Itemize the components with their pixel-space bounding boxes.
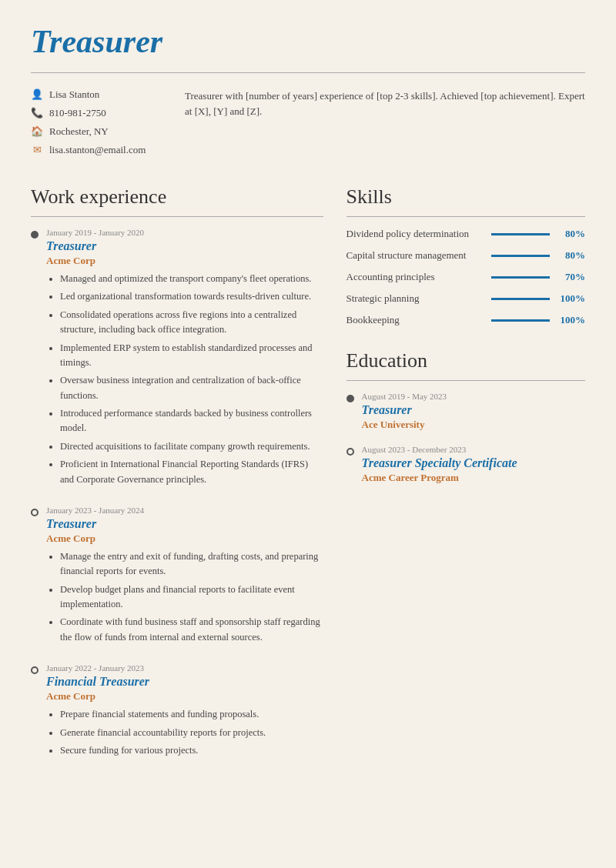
timeline-1 [31, 506, 38, 648]
skill-percent-0: 80% [556, 228, 585, 240]
bullet-2-2: Secure funding for various projects. [60, 743, 323, 758]
bullet-0-4: Oversaw business integration and central… [60, 373, 323, 403]
edu-timeline-1 [346, 445, 354, 484]
bullet-2-1: Generate financial accountability report… [60, 726, 323, 740]
skill-row-0: Dividend policy determination 80% [346, 228, 586, 240]
right-column: Skills Dividend policy determination 80%… [346, 185, 586, 776]
skill-bar-0 [491, 233, 551, 235]
skill-bar-4 [491, 319, 551, 322]
dot-empty-2 [31, 666, 38, 674]
skill-name-4: Bookkeeping [346, 314, 485, 326]
edu-dot-empty-1 [346, 448, 354, 456]
dot-empty-1 [31, 509, 38, 516]
entry-bullets-0: Managed and optimized the transport comp… [46, 272, 323, 487]
entry-content-2: January 2022 - January 2023 Financial Tr… [46, 663, 323, 761]
contact-summary: 👤 Lisa Stanton 📞 810-981-2750 🏠 Rocheste… [31, 88, 585, 162]
work-entry-0: January 2019 - January 2020 Treasurer Ac… [31, 228, 323, 490]
edu-degree-1: Treasurer Specialty Certificate [362, 456, 586, 470]
main-content: Work experience January 2019 - January 2… [31, 185, 585, 776]
work-section-divider [31, 216, 323, 217]
timeline-2 [31, 663, 38, 761]
entry-title-2: Financial Treasurer [46, 675, 323, 689]
work-experience-title: Work experience [31, 185, 323, 209]
timeline-0 [31, 228, 38, 490]
edu-content-0: August 2019 - May 2023 Treasurer Ace Uni… [362, 392, 586, 431]
bullet-1-2: Coordinate with fund business staff and … [60, 615, 323, 645]
bullet-0-0: Managed and optimized the transport comp… [60, 272, 323, 286]
skill-name-0: Dividend policy determination [346, 228, 485, 240]
skills-section: Skills Dividend policy determination 80%… [346, 185, 586, 326]
contact-info: 👤 Lisa Stanton 📞 810-981-2750 🏠 Rocheste… [31, 88, 154, 162]
entry-bullets-1: Manage the entry and exit of funding, dr… [46, 549, 323, 645]
email-icon: ✉ [31, 144, 43, 156]
contact-email: lisa.stanton@email.com [49, 144, 146, 156]
skill-name-1: Capital structure management [346, 249, 485, 262]
bullet-2-0: Prepare financial statements and funding… [60, 707, 323, 722]
edu-dot-filled-0 [346, 395, 354, 402]
contact-location: Rochester, NY [49, 125, 109, 138]
edu-degree-0: Treasurer [362, 403, 586, 417]
work-entry-1: January 2023 - January 2024 Treasurer Ac… [31, 506, 323, 648]
contact-phone-item: 📞 810-981-2750 [31, 107, 154, 119]
skill-name-3: Strategic planning [346, 292, 485, 305]
entry-title-1: Treasurer [46, 517, 323, 531]
skill-row-2: Accounting principles 70% [346, 271, 586, 283]
edu-timeline-0 [346, 392, 354, 431]
contact-location-item: 🏠 Rochester, NY [31, 125, 154, 138]
skill-bar-2 [491, 276, 551, 279]
skills-title: Skills [346, 185, 586, 209]
edu-entry-0: August 2019 - May 2023 Treasurer Ace Uni… [346, 392, 586, 431]
entry-company-0: Acme Corp [46, 255, 323, 267]
contact-phone: 810-981-2750 [49, 107, 106, 119]
skill-name-2: Accounting principles [346, 271, 485, 283]
summary-text: Treasurer with [number of years] experie… [185, 88, 585, 162]
bullet-0-7: Proficient in International Financial Re… [60, 457, 323, 487]
skill-bar-1 [491, 255, 551, 257]
page-title: Treasurer [31, 23, 585, 60]
entry-content-1: January 2023 - January 2024 Treasurer Ac… [46, 506, 323, 648]
edu-entry-1: August 2023 - December 2023 Treasurer Sp… [346, 445, 586, 484]
edu-school-1: Acme Career Program [362, 472, 586, 484]
bullet-1-1: Develop budget plans and financial repor… [60, 583, 323, 613]
left-column: Work experience January 2019 - January 2… [31, 185, 323, 776]
bullet-1-0: Manage the entry and exit of funding, dr… [60, 549, 323, 579]
bullet-0-5: Introduced performance standards backed … [60, 406, 323, 436]
entry-date-1: January 2023 - January 2024 [46, 506, 323, 515]
skill-percent-2: 70% [556, 271, 585, 283]
skill-percent-3: 100% [556, 292, 585, 305]
skill-bar-3 [491, 298, 551, 300]
contact-email-item: ✉ lisa.stanton@email.com [31, 144, 154, 156]
entry-date-0: January 2019 - January 2020 [46, 228, 323, 237]
edu-date-1: August 2023 - December 2023 [362, 445, 586, 454]
contact-name-item: 👤 Lisa Stanton [31, 88, 154, 101]
header-divider [31, 72, 585, 73]
education-divider [346, 380, 586, 381]
entry-date-2: January 2022 - January 2023 [46, 663, 323, 673]
skill-percent-1: 80% [556, 249, 585, 262]
skill-row-1: Capital structure management 80% [346, 249, 586, 262]
phone-icon: 📞 [31, 107, 43, 119]
location-icon: 🏠 [31, 125, 43, 138]
skills-divider [346, 216, 586, 217]
entry-content-0: January 2019 - January 2020 Treasurer Ac… [46, 228, 323, 490]
edu-content-1: August 2023 - December 2023 Treasurer Sp… [362, 445, 586, 484]
person-icon: 👤 [31, 88, 43, 101]
entry-title-0: Treasurer [46, 239, 323, 253]
skill-row-3: Strategic planning 100% [346, 292, 586, 305]
bullet-0-2: Consolidated operations across five regi… [60, 308, 323, 338]
bullet-0-1: Led organizational transformation toward… [60, 289, 323, 304]
entry-company-1: Acme Corp [46, 532, 323, 545]
education-title: Education [346, 349, 586, 372]
bullet-0-3: Implemented ERP system to establish stan… [60, 341, 323, 371]
entry-bullets-2: Prepare financial statements and funding… [46, 707, 323, 758]
bullet-0-6: Directed acquisitions to facilitate comp… [60, 439, 323, 454]
edu-school-0: Ace University [362, 419, 586, 431]
entry-company-2: Acme Corp [46, 690, 323, 703]
skill-percent-4: 100% [556, 314, 585, 326]
skill-row-4: Bookkeeping 100% [346, 314, 586, 326]
dot-filled-0 [31, 231, 38, 239]
edu-date-0: August 2019 - May 2023 [362, 392, 586, 401]
education-section: Education August 2019 - May 2023 Treasur… [346, 349, 586, 484]
work-entry-2: January 2022 - January 2023 Financial Tr… [31, 663, 323, 761]
contact-name: Lisa Stanton [49, 88, 99, 101]
